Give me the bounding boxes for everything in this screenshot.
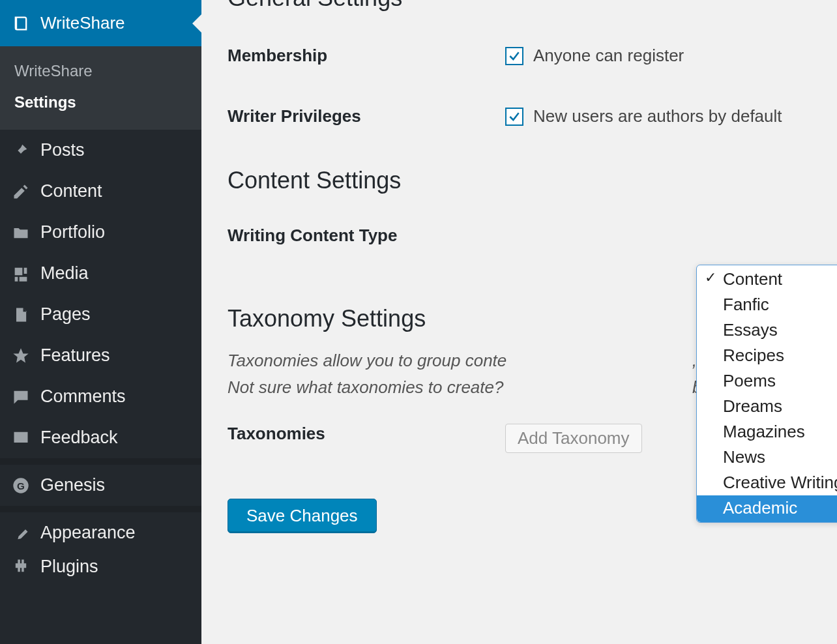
pencil-icon [12,183,30,201]
dropdown-option-dreams[interactable]: Dreams [697,394,837,419]
sidebar-item-features[interactable]: Features [0,335,201,376]
sidebar-item-appearance[interactable]: Appearance [0,512,201,553]
label-privileges: Writer Privileges [228,106,505,126]
save-button[interactable]: Save Changes [228,499,377,533]
media-icon [12,265,30,283]
sidebar-item-pages[interactable]: Pages [0,294,201,335]
sidebar-item-label: Feedback [40,428,118,448]
sidebar-sub-settings[interactable]: Settings [14,87,201,118]
sidebar-item-posts[interactable]: Posts [0,130,201,171]
genesis-icon: G [12,476,30,495]
sidebar: WriteShare WriteShare Settings Posts Con… [0,0,201,644]
sidebar-sub-writeshare[interactable]: WriteShare [14,55,201,87]
label-membership: Membership [228,46,505,66]
dropdown-option-content[interactable]: Content [697,265,837,292]
sidebar-item-label: Pages [40,304,91,325]
sidebar-item-comments[interactable]: Comments [0,376,201,417]
sidebar-item-label: Plugins [40,557,98,577]
section-title-general: General Settings [228,0,837,14]
row-membership: Membership Anyone can register [228,46,837,66]
pages-icon [12,306,30,324]
sidebar-item-writeshare[interactable]: WriteShare [0,0,201,46]
dropdown-option-creative-writing[interactable]: Creative Writing [697,470,837,495]
sidebar-item-content[interactable]: Content [0,171,201,212]
pin-icon [12,141,30,160]
sidebar-item-label: Media [40,263,89,284]
sidebar-item-portfolio[interactable]: Portfolio [0,212,201,253]
dropdown-option-fanfic[interactable]: Fanfic [697,292,837,317]
sidebar-separator [0,506,201,512]
dropdown-option-recipes[interactable]: Recipes [697,343,837,368]
sidebar-active-label: WriteShare [40,13,125,33]
dropdown-option-poems[interactable]: Poems [697,368,837,394]
label-content-type: Writing Content Type [228,226,505,246]
sidebar-submenu: WriteShare Settings [0,46,201,130]
svg-text:G: G [17,480,25,491]
folder-icon [12,224,30,242]
brush-icon [12,524,30,542]
dropdown-option-magazines[interactable]: Magazines [697,419,837,445]
sidebar-item-label: Posts [40,140,85,160]
main-content: General Settings Membership Anyone can r… [201,0,837,644]
taxonomy-desc-2-prefix: Not sure what taxonomies to create? [228,377,503,397]
sidebar-item-feedback[interactable]: Feedback [0,417,201,458]
row-privileges: Writer Privileges New users are authors … [228,106,837,126]
add-taxonomy-button[interactable]: Add Taxonomy [505,424,642,453]
label-taxonomies: Taxonomies [228,424,505,444]
checkbox-privileges[interactable] [505,108,523,126]
sidebar-item-label: Appearance [40,523,136,543]
feedback-icon [12,429,30,447]
content-type-dropdown[interactable]: Content Fanfic Essays Recipes Poems Drea… [696,265,837,523]
section-title-content: Content Settings [228,167,837,194]
sidebar-item-label: Comments [40,387,126,407]
dropdown-option-academic[interactable]: Academic [697,495,837,522]
sidebar-item-genesis[interactable]: G Genesis [0,465,201,506]
book-icon [12,14,30,33]
dropdown-option-essays[interactable]: Essays [697,317,837,343]
plugin-icon [12,557,30,576]
row-content-type: Writing Content Type [228,226,837,246]
sidebar-item-label: Content [40,181,102,201]
text-privileges: New users are authors by default [533,106,782,126]
comment-icon [12,388,30,406]
dropdown-option-news[interactable]: News [697,445,837,470]
sidebar-item-label: Genesis [40,475,105,495]
star-icon [12,347,30,365]
sidebar-item-label: Portfolio [40,222,105,242]
sidebar-item-media[interactable]: Media [0,253,201,294]
svg-rect-0 [16,17,17,28]
taxonomy-desc-1-prefix: Taxonomies allow you to group conte [228,351,507,370]
sidebar-item-label: Features [40,345,110,366]
checkbox-membership[interactable] [505,47,523,65]
text-membership: Anyone can register [533,46,684,66]
sidebar-item-plugins[interactable]: Plugins [0,553,201,579]
sidebar-separator [0,458,201,465]
